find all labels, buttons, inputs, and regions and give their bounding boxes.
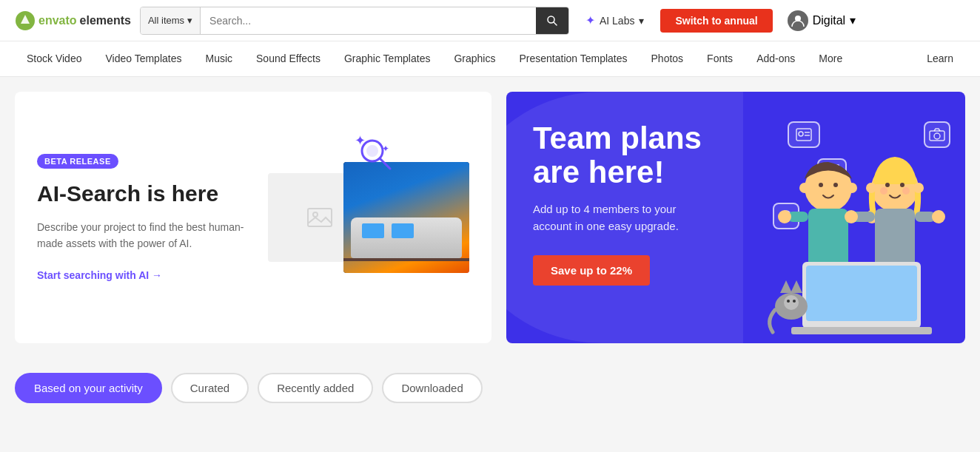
beta-badge: BETA RELEASE (37, 154, 118, 169)
svg-rect-43 (791, 327, 932, 334)
tab-downloaded[interactable]: Downloaded (382, 373, 482, 403)
user-icon (791, 14, 805, 27)
svg-point-37 (880, 187, 887, 195)
nav-item-learn[interactable]: Learn (915, 41, 965, 76)
user-chevron-icon: ▾ (850, 13, 856, 27)
team-plans-wave-decoration (506, 92, 743, 343)
search-input[interactable] (201, 7, 536, 34)
svg-rect-42 (806, 266, 917, 321)
tab-curated[interactable]: Curated (171, 373, 249, 403)
svg-point-35 (885, 183, 890, 187)
svg-marker-45 (780, 280, 792, 293)
team-plans-visual (758, 92, 965, 343)
svg-point-36 (900, 183, 905, 187)
characters-illustration (758, 92, 965, 343)
user-menu[interactable]: Digital ▾ (782, 7, 862, 34)
ai-search-link[interactable]: Start searching with AI → (37, 269, 246, 281)
search-icon (546, 15, 558, 27)
nav-item-music[interactable]: Music (193, 41, 244, 76)
nav-item-more[interactable]: More (807, 41, 854, 76)
svg-point-38 (902, 187, 910, 195)
header: envatoelements All items ▾ ✦ AI Labs ▾ S… (0, 0, 980, 41)
search-bar: All items ▾ (140, 7, 569, 35)
svg-point-28 (847, 183, 857, 193)
svg-rect-20 (808, 209, 848, 268)
svg-line-5 (380, 158, 390, 169)
train-window-2 (392, 223, 414, 238)
main-content: BETA RELEASE AI-Search is here Describe … (0, 77, 980, 358)
ai-search-visual: ✦ ✦ (261, 121, 469, 314)
switch-annual-button[interactable]: Switch to annual (660, 9, 772, 33)
tab-based-on-activity[interactable]: Based on your activity (15, 373, 162, 403)
team-plans-card: Team plans are here! Add up to 4 members… (506, 92, 965, 343)
svg-point-27 (799, 183, 810, 193)
svg-point-39 (866, 183, 876, 193)
team-plans-content: Team plans are here! Add up to 4 members… (506, 92, 758, 343)
nav-item-presentation-templates[interactable]: Presentation Templates (507, 41, 639, 76)
svg-rect-30 (875, 209, 915, 268)
nav-item-graphics[interactable]: Graphics (442, 41, 507, 76)
svg-point-26 (833, 183, 838, 187)
user-avatar (788, 10, 808, 31)
sparkle-icon: ✦ (585, 13, 595, 27)
ai-labs-label: AI Labs (600, 15, 634, 27)
search-category-dropdown[interactable]: All items ▾ (141, 7, 201, 34)
ai-search-title: AI-Search is here (37, 181, 246, 207)
nav-item-graphic-templates[interactable]: Graphic Templates (332, 41, 442, 76)
svg-point-6 (366, 145, 378, 157)
logo-envato-text: envato (38, 14, 77, 27)
ai-search-content: BETA RELEASE AI-Search is here Describe … (37, 154, 246, 282)
svg-point-47 (784, 295, 799, 310)
svg-marker-46 (791, 280, 802, 293)
nav-item-sound-effects[interactable]: Sound Effects (244, 41, 332, 76)
ai-search-card: BETA RELEASE AI-Search is here Describe … (15, 92, 491, 343)
ai-labs-button[interactable]: ✦ AI Labs ▾ (578, 9, 651, 32)
logo-elements-text: elements (80, 14, 131, 27)
tabs-section: Based on your activity Curated Recently … (0, 358, 980, 411)
nav-item-video-templates[interactable]: Video Templates (93, 41, 193, 76)
search-category-label: All items (148, 15, 184, 26)
ai-labs-chevron-icon: ▾ (639, 15, 644, 27)
svg-point-34 (932, 210, 945, 223)
search-button[interactable] (536, 7, 568, 34)
nav-item-photos[interactable]: Photos (640, 41, 696, 76)
nav-item-fonts[interactable]: Fonts (695, 41, 745, 76)
track (343, 258, 469, 261)
train-body (351, 217, 462, 258)
svg-line-2 (554, 22, 557, 25)
svg-point-48 (787, 300, 790, 303)
envato-logo-icon (15, 10, 36, 31)
user-name-label: Digital (813, 14, 845, 27)
chevron-down-icon: ▾ (187, 15, 192, 26)
nav-item-addons[interactable]: Add-ons (745, 41, 807, 76)
main-nav: Stock Video Video Templates Music Sound … (0, 41, 980, 77)
logo[interactable]: envatoelements (15, 10, 131, 31)
nav-item-stock-video[interactable]: Stock Video (15, 41, 93, 76)
svg-point-49 (793, 300, 796, 303)
svg-point-8 (313, 212, 318, 217)
svg-point-40 (913, 183, 924, 193)
svg-point-33 (845, 210, 858, 223)
ai-search-description: Describe your project to find the best h… (37, 219, 244, 252)
svg-rect-7 (308, 209, 332, 226)
svg-point-25 (819, 183, 823, 187)
tab-recently-added[interactable]: Recently added (258, 373, 373, 403)
ai-search-magnifier-icon (358, 136, 395, 180)
svg-point-23 (778, 210, 791, 223)
train-window-1 (362, 223, 384, 238)
